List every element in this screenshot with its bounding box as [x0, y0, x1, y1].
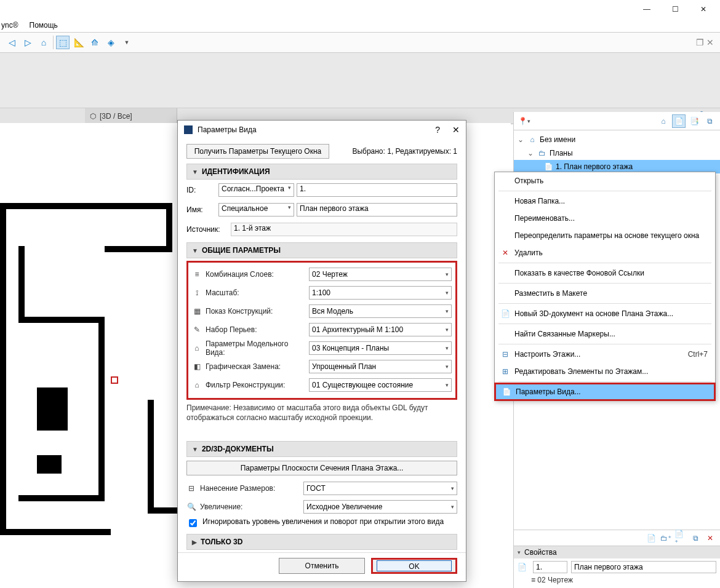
name-label: Имя: — [186, 205, 218, 214]
edit-stories-icon: ⊞ — [500, 367, 511, 376]
back-icon[interactable]: ◁ — [5, 36, 18, 49]
ctx-new-3d-doc[interactable]: 📄Новый 3D-документ на основе Плана Этажа… — [495, 305, 715, 322]
cancel-button[interactable]: Отменить — [279, 558, 365, 574]
source-field: 1. 1-й этаж — [231, 223, 457, 236]
source-label: Источник: — [186, 225, 231, 234]
marquee-icon[interactable]: ⬚ — [56, 36, 70, 49]
prop-layer: ≡ 02 Чертеж — [514, 576, 720, 588]
view-icon[interactable]: ⟰ — [88, 36, 102, 49]
section-identification[interactable]: ▼ИДЕНТИФИКАЦИЯ — [186, 164, 457, 180]
scale-select[interactable]: 1:100▾ — [309, 286, 452, 300]
project-map-icon[interactable]: ⌂ — [657, 114, 670, 128]
prop-name-input[interactable] — [571, 561, 716, 573]
cube-icon: ⬡ — [90, 112, 96, 121]
dropdown-icon[interactable]: ▼ — [120, 36, 134, 49]
ctx-rename[interactable]: Переименовать... — [495, 210, 715, 227]
tab-label: [3D / Все] — [100, 112, 132, 121]
ribbon-area — [0, 53, 720, 108]
section-common[interactable]: ▼ОБЩИЕ ПАРАМЕТРЫ — [186, 242, 457, 258]
model-view-select[interactable]: 03 Концепция - Планы▾ — [309, 341, 452, 355]
ctx-open[interactable]: Открыть — [495, 172, 715, 189]
cut-plane-button[interactable]: Параметры Плоскости Сечения Плана Этажа.… — [186, 461, 457, 475]
scale-icon: ⟟ — [192, 288, 202, 297]
ctx-new-folder[interactable]: Новая Папка... — [495, 193, 715, 210]
pin-icon[interactable]: 📍▾ — [518, 114, 531, 128]
ctx-show-reference[interactable]: Показать в качестве Фоновой Ссылки — [495, 264, 715, 282]
new-view-icon[interactable]: 📄⁺ — [674, 532, 687, 544]
zoom-select[interactable]: Исходное Увеличение▾ — [303, 500, 457, 514]
forward-icon[interactable]: ▷ — [21, 36, 34, 49]
shape-icon[interactable]: ◈ — [104, 36, 118, 49]
context-menu: Открыть Новая Папка... Переименовать... … — [494, 172, 716, 401]
id-field[interactable]: 1. — [297, 183, 457, 197]
scale-note: Примечание: Независимо от масштаба этого… — [186, 403, 457, 423]
dialog-title: Параметры Вида — [198, 125, 257, 134]
id-mode-select[interactable]: Согласн...Проекта▾ — [218, 183, 294, 197]
doc-icon: 📄 — [500, 309, 511, 318]
section-3d-only[interactable]: ▶ТОЛЬКО 3D — [186, 534, 457, 550]
layer-combination-select[interactable]: 02 Чертеж▾ — [309, 268, 452, 281]
close-panel-icon[interactable]: ✕ — [706, 38, 714, 47]
ctx-override-params[interactable]: Переопределить параметры на основе текущ… — [495, 227, 715, 244]
properties-body: 📄 — [514, 558, 720, 576]
dimensions-select[interactable]: ГОСТ▾ — [303, 482, 457, 495]
structure-display-select[interactable]: Вся Модель▾ — [309, 304, 452, 318]
clone-icon[interactable]: ⧉ — [689, 532, 702, 544]
maximize-button[interactable]: ☐ — [661, 0, 689, 18]
override-icon: ◧ — [192, 362, 202, 371]
delete-icon: ✕ — [500, 248, 511, 257]
ctx-view-settings[interactable]: 📄Параметры Вида... — [494, 383, 716, 401]
dialog-close-icon[interactable]: ✕ — [452, 125, 460, 135]
pen-set-select[interactable]: 01 Архитектурный М 1:100▾ — [309, 323, 452, 336]
menubar: ync® Помощь — [0, 18, 720, 32]
toolbar: ◁ ▷ ⌂ ⬚ 📐 ⟰ ◈ ▼ ❐ ✕ — [0, 32, 720, 53]
common-params-highlight: ≡Комбинация Слоев:02 Чертеж▾ ⟟Масштаб:1:… — [186, 261, 457, 400]
layers-icon: ≡ — [192, 270, 202, 279]
help-icon[interactable]: ? — [435, 125, 440, 135]
menu-sync[interactable]: ync® — [1, 21, 18, 30]
home-icon[interactable]: ⌂ — [37, 36, 50, 49]
measure-icon[interactable]: 📐 — [72, 36, 86, 49]
ctx-place-on-layout[interactable]: Разместить в Макете — [495, 285, 715, 302]
layout-book-icon[interactable]: 📑 — [687, 114, 701, 128]
ctx-delete[interactable]: ✕Удалить — [495, 244, 715, 261]
ctx-edit-story-elements[interactable]: ⊞Редактировать Элементы по Этажам... — [495, 363, 715, 380]
ok-button[interactable]: OK — [371, 558, 457, 574]
delete-icon[interactable]: ✕ — [704, 532, 716, 544]
navigator-bottom: 📄 🗀⁺ 📄⁺ ⧉ ✕ ▾ Свойства 📄 ≡ 02 Чертеж — [514, 530, 720, 588]
app-logo-icon — [184, 125, 193, 134]
selection-info: Выбрано: 1, Редактируемых: 1 — [352, 147, 457, 156]
ignore-zoom-checkbox[interactable] — [189, 519, 197, 527]
minimize-button[interactable]: — — [633, 0, 661, 18]
view-tree[interactable]: ⌄⌂ Без имени ⌄🗀 Планы 📄 1. План первого … — [514, 130, 720, 176]
tree-folder-plans[interactable]: ⌄🗀 Планы — [514, 146, 720, 160]
navigator-tabs: 📍▾ ⌂ 📄 📑 ⧉ — [514, 112, 720, 130]
get-current-window-button[interactable]: Получить Параметры Текущего Окна — [186, 144, 329, 159]
prop-id-input[interactable] — [533, 561, 567, 573]
graphic-override-select[interactable]: Упрощенный План▾ — [309, 360, 452, 373]
menu-help[interactable]: Помощь — [30, 21, 58, 30]
ctx-find-markers[interactable]: Найти Связанные Маркеры... — [495, 325, 715, 343]
restore-icon[interactable]: ❐ — [696, 38, 704, 47]
close-button[interactable]: ✕ — [689, 0, 718, 18]
structure-icon: ▦ — [192, 307, 202, 316]
publisher-icon[interactable]: ⧉ — [703, 114, 716, 128]
name-field[interactable]: План первого этажа — [297, 203, 457, 217]
ctx-story-settings[interactable]: ⊟Настроить Этажи...Ctrl+7 — [495, 346, 715, 363]
section-2d3d[interactable]: ▼2D/3D-ДОКУМЕНТЫ — [186, 441, 457, 457]
renovation-filter-select[interactable]: 01 Существующее состояние▾ — [309, 378, 452, 392]
id-label: ID: — [186, 186, 218, 194]
selected-element-marker[interactable] — [111, 376, 118, 384]
view-settings-dialog: Параметры Вида ? ✕ Получить Параметры Те… — [177, 120, 466, 582]
name-mode-select[interactable]: Специальное▾ — [218, 203, 294, 217]
new-folder-icon[interactable]: 🗀⁺ — [660, 532, 672, 544]
tab-3d[interactable]: ⬡ [3D / Все] — [85, 108, 177, 124]
tree-root[interactable]: ⌄⌂ Без имени — [514, 133, 720, 146]
stories-icon: ⊟ — [500, 350, 511, 359]
toolbar-right: ❐ ✕ — [696, 38, 714, 47]
properties-header[interactable]: ▾ Свойства — [514, 546, 720, 558]
pen-icon: ✎ — [192, 325, 202, 334]
dimension-icon: ⊟ — [186, 484, 196, 493]
view-map-icon[interactable]: 📄 — [672, 114, 686, 128]
settings-icon[interactable]: 📄 — [645, 532, 657, 544]
